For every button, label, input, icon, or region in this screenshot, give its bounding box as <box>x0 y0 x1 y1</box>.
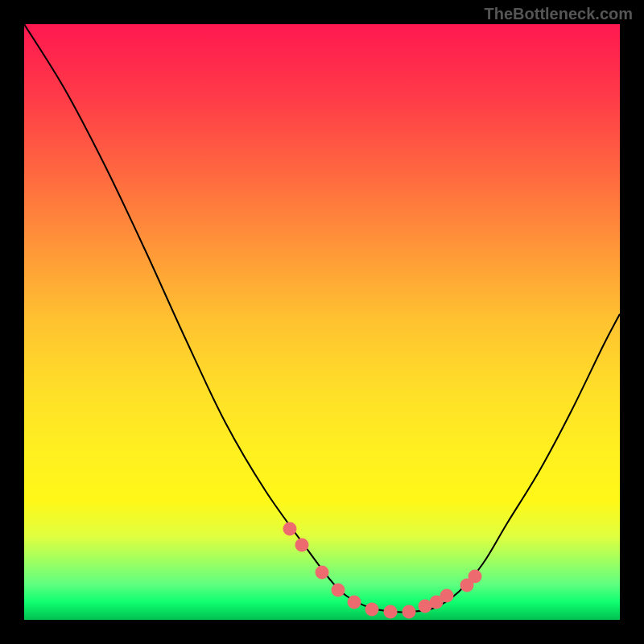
marker-dot <box>332 584 345 597</box>
marker-dot <box>384 605 398 619</box>
chart-container: TheBottleneck.com <box>0 0 644 644</box>
marker-dot <box>469 570 482 584</box>
marker-dot <box>402 605 416 619</box>
curve-markers <box>283 522 482 619</box>
marker-dot <box>440 589 454 603</box>
marker-dot <box>283 522 297 536</box>
plot-area <box>24 24 620 620</box>
chart-svg <box>24 24 620 620</box>
marker-dot <box>316 566 329 580</box>
marker-dot <box>348 596 361 609</box>
curve-path <box>24 24 620 613</box>
marker-dot <box>295 539 309 552</box>
watermark-text: TheBottleneck.com <box>485 5 633 23</box>
marker-dot <box>365 603 379 617</box>
